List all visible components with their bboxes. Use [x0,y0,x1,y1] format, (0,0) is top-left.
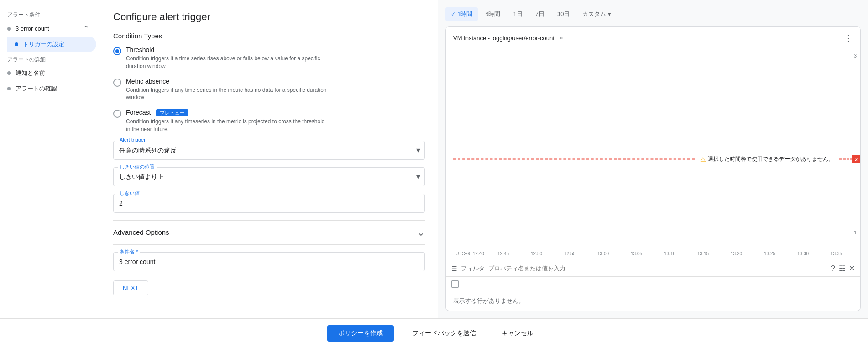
warning-icon: ⚠ [700,155,706,163]
select-all-checkbox[interactable] [451,280,459,288]
next-button[interactable]: NEXT [113,280,148,295]
sidebar-dot-active [15,42,18,46]
time-30d-button[interactable]: 30日 [552,7,575,21]
alert-trigger-select[interactable]: 任意の時系列の違反 [113,141,425,160]
sidebar-item-trigger-settings[interactable]: トリガーの設定 [7,37,96,52]
chart-title: VM Instance - logging/user/error-count ⚬ [453,34,844,42]
forecast-radio[interactable] [113,110,121,118]
advanced-options-title: Advanced Options [113,228,169,236]
threshold-value-field: しきい値 [113,194,425,213]
threshold-value-input[interactable] [113,194,425,213]
x-label-7: 13:15 [686,251,720,256]
x-label-10: 13:30 [786,251,820,256]
no-data-warning: ⚠ 選択した時間枠で使用できるデータがありません。 [698,155,836,163]
cancel-button[interactable]: キャンセル [494,325,541,342]
no-rows-message: 表示する行がありません。 [446,291,860,311]
threshold-position-field: しきい値の位置 しきい値より上 ▾ [113,167,425,186]
sidebar-item-notifications[interactable]: 通知と名前 [0,65,96,81]
x-label-1: 12:45 [486,251,520,256]
threshold-label: Threshold [126,46,327,53]
no-data-line: ⚠ 選択した時間枠で使用できるデータがありません。 2 [446,155,860,163]
forecast-badge: プレビュー [156,109,188,116]
filter-bar: ☰ フィルタ ? ☷ ✕ [446,260,860,276]
sidebar-item-active-label: トリガーの設定 [23,40,64,48]
metric-absence-content: Metric absence Condition triggers if any… [126,78,327,102]
create-policy-button[interactable]: ポリシーを作成 [327,325,394,342]
right-panel: 1時間 6時間 1日 7日 30日 カスタム ▾ VM Instance - l… [438,0,868,318]
alert-trigger-label: Alert trigger [118,137,147,142]
time-6h-button[interactable]: 6時間 [480,7,506,21]
time-controls: 1時間 6時間 1日 7日 30日 カスタム ▾ [445,7,861,21]
y-label-top: 3 [854,53,857,58]
alert-trigger-field: Alert trigger 任意の時系列の違反 ▾ [113,141,425,160]
chevron-up-icon: ⌃ [83,24,89,33]
forecast-label: Forecast プレビュー [126,109,327,116]
threshold-position-label: しきい値の位置 [118,163,157,170]
sidebar-item-label-3: 通知と名前 [16,69,45,77]
y-label-bottom: 1 [854,230,857,235]
threshold-option-content: Threshold Condition triggers if a time s… [126,46,327,70]
x-label-0: UTC+9 12:40 [453,251,486,256]
x-label-4: 13:00 [586,251,620,256]
condition-name-label: 条件名 * [118,248,140,255]
chart-container: VM Instance - logging/user/error-count ⚬… [445,26,861,311]
metric-absence-label: Metric absence [126,78,327,85]
dashed-line-left [453,158,695,159]
sidebar-dot-3 [7,87,11,90]
help-button[interactable]: ? [831,264,835,273]
send-feedback-button[interactable]: フィードバックを送信 [405,325,483,342]
dashed-line-right [839,158,853,159]
threshold-value-label: しきい値 [118,190,141,197]
page-title: Configure alert trigger [113,11,425,23]
sidebar-section-alert-details: アラートの詳細 [0,52,100,65]
threshold-position-select[interactable]: しきい値より上 [113,167,425,186]
x-label-6: 13:10 [653,251,686,256]
metric-absence-option[interactable]: Metric absence Condition triggers if any… [113,78,425,102]
sidebar: アラート条件 3 error count ⌃ トリガーの設定 アラートの詳細 通… [0,0,100,318]
filter-label: フィルタ [461,264,485,273]
forecast-option[interactable]: Forecast プレビュー Condition triggers if any… [113,109,425,133]
chart-x-axis: UTC+9 12:40 12:45 12:50 12:55 13:00 13:0… [446,249,860,260]
red-badge: 2 [852,155,860,163]
sidebar-dot [7,27,11,31]
time-7d-button[interactable]: 7日 [530,7,550,21]
x-label-3: 12:55 [553,251,586,256]
time-custom-dropdown[interactable]: カスタム ▾ [577,7,617,21]
left-panel: Configure alert trigger Condition Types … [100,0,438,318]
condition-types-title: Condition Types [113,32,425,40]
sidebar-item-confirm[interactable]: アラートの確認 [0,81,96,96]
sidebar-item-error-count[interactable]: 3 error count ⌃ [0,21,96,37]
chart-header: VM Instance - logging/user/error-count ⚬… [446,27,860,49]
time-1h-button[interactable]: 1時間 [445,7,478,21]
x-label-5: 13:05 [620,251,653,256]
threshold-desc: Condition triggers if a time series rise… [126,55,327,70]
columns-button[interactable]: ☷ [839,264,845,273]
sidebar-item-label-4: アラートの確認 [16,84,57,93]
x-label-9: 13:25 [753,251,786,256]
x-label-2: 12:50 [520,251,553,256]
time-1d-button[interactable]: 1日 [507,7,528,21]
footer: ポリシーを作成 フィードバックを送信 キャンセル [0,318,868,348]
filter-actions: ? ☷ ✕ [831,264,855,273]
x-label-11: 13:35 [820,251,853,256]
sidebar-item-label: 3 error count [16,25,49,32]
threshold-option[interactable]: Threshold Condition triggers if a time s… [113,46,425,70]
content-area: Configure alert trigger Condition Types … [100,0,868,318]
chart-body: 3 1 ⚠ 選択した時間枠で使用できるデータがありません。 2 [446,49,860,249]
close-filter-button[interactable]: ✕ [849,264,855,273]
metric-absence-radio[interactable] [113,79,121,87]
advanced-options-bar[interactable]: Advanced Options ⌄ [113,220,425,245]
forecast-desc: Condition triggers if any timeseries in … [126,118,327,133]
chart-more-icon[interactable]: ⋮ [844,32,853,43]
sidebar-section-alert-condition: アラート条件 [0,7,100,21]
table-header-row [446,276,860,291]
filter-input[interactable] [488,265,827,272]
condition-name-input[interactable] [113,252,425,271]
sidebar-dot-2 [7,71,11,75]
chart-settings-icon[interactable]: ⚬ [558,34,564,42]
threshold-radio[interactable] [113,47,121,55]
condition-name-field: 条件名 * [113,252,425,271]
x-label-8: 13:20 [720,251,753,256]
forecast-content: Forecast プレビュー Condition triggers if any… [126,109,327,133]
chevron-down-icon-3: ⌄ [417,227,425,238]
